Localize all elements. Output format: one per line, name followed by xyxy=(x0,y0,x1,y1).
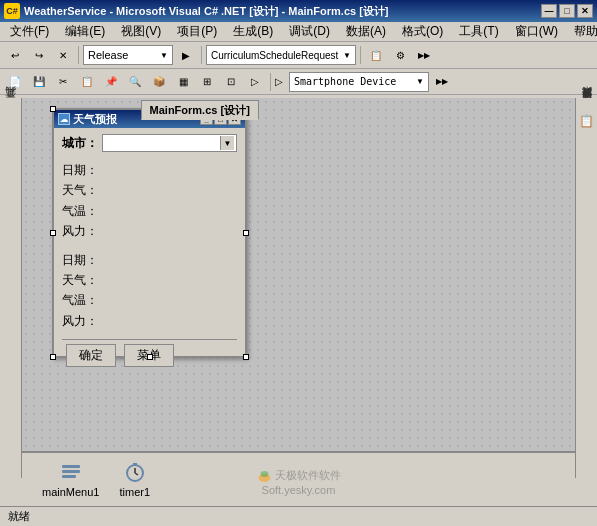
city-label: 城市： xyxy=(62,135,98,152)
dropdown-arrow-1: ▼ xyxy=(160,51,168,60)
toolbar-btn-1[interactable]: ↩ xyxy=(4,44,26,66)
toolbar-btn-16[interactable]: ⊡ xyxy=(220,71,242,93)
temp-label-1: 气温： xyxy=(62,201,237,221)
svg-rect-0 xyxy=(62,465,80,468)
menu-debug[interactable]: 调试(D) xyxy=(283,21,336,42)
menu-format[interactable]: 格式(O) xyxy=(396,21,449,42)
weather-section-1: 日期： 天气： 气温： 风力： xyxy=(62,160,237,242)
dropdown-arrow-2: ▼ xyxy=(343,51,351,60)
temp-label-2: 气温： xyxy=(62,290,237,310)
expand-btn[interactable]: ▶▶ xyxy=(413,44,435,66)
menu-build[interactable]: 生成(B) xyxy=(227,21,279,42)
title-bar: C# WeatherService - Microsoft Visual C# … xyxy=(0,0,597,22)
separator-1 xyxy=(78,46,79,64)
design-canvas[interactable]: ☁ 天气预报 _ □ ✕ 城市： ▼ xyxy=(22,98,575,466)
separator-4 xyxy=(270,73,271,91)
svg-rect-2 xyxy=(62,475,76,478)
title-bar-left: C# WeatherService - Microsoft Visual C# … xyxy=(4,3,389,19)
status-text: 就绪 xyxy=(8,509,30,524)
menu-project[interactable]: 项目(P) xyxy=(171,21,223,42)
menu-file[interactable]: 文件(F) xyxy=(4,21,55,42)
form-window[interactable]: ☁ 天气预报 _ □ ✕ 城市： ▼ xyxy=(52,108,247,358)
menu-view[interactable]: 视图(V) xyxy=(115,21,167,42)
toolbar-area: ↩ ↪ ✕ Release ▼ ▶ CurriculumScheduleRequ… xyxy=(0,42,597,95)
status-bar: 就绪 xyxy=(0,506,597,526)
toolbar-btn-6[interactable]: ⚙ xyxy=(389,44,411,66)
svg-rect-1 xyxy=(62,470,80,473)
date-label-1: 日期： xyxy=(62,160,237,180)
timer-icon xyxy=(124,461,146,483)
menu-bar: 文件(F) 编辑(E) 视图(V) 项目(P) 生成(B) 调试(D) 数据(A… xyxy=(0,22,597,42)
svg-line-5 xyxy=(135,473,138,475)
city-row: 城市： ▼ xyxy=(62,134,237,152)
separator-2 xyxy=(201,46,202,64)
form-title-icon: ☁ xyxy=(58,113,70,125)
close-button[interactable]: ✕ xyxy=(577,4,593,18)
maximize-button[interactable]: □ xyxy=(559,4,575,18)
toolbar-btn-8[interactable]: 💾 xyxy=(28,71,50,93)
project-dropdown[interactable]: CurriculumScheduleRequest ▼ xyxy=(206,45,356,65)
toolbar-btn-5[interactable]: 📋 xyxy=(365,44,387,66)
toolbar-btn-3[interactable]: ✕ xyxy=(52,44,74,66)
timer-label: timer1 xyxy=(119,486,150,498)
form-title-text: 天气预报 xyxy=(73,112,117,127)
toolbar-btn-17[interactable]: ▷ xyxy=(244,71,266,93)
expand-btn-2[interactable]: ▶▶ xyxy=(431,71,453,93)
weather-label-1: 天气： xyxy=(62,180,237,200)
toolbar-row-1: ↩ ↪ ✕ Release ▼ ▶ CurriculumScheduleRequ… xyxy=(0,42,597,68)
tray-item-mainmenu[interactable]: mainMenu1 xyxy=(42,461,99,498)
date-label-2: 日期： xyxy=(62,250,237,270)
device-dropdown[interactable]: Smartphone Device ▼ xyxy=(289,72,429,92)
wind-label-2: 风力： xyxy=(62,311,237,331)
ok-button[interactable]: 确定 xyxy=(66,344,116,367)
menu-data[interactable]: 数据(A) xyxy=(340,21,392,42)
mainmenu-icon xyxy=(60,461,82,483)
toolbar-row-2: 📄 💾 ✂ 📋 📌 🔍 📦 ▦ ⊞ ⊡ ▷ ▷ Smartphone Devic… xyxy=(0,68,597,94)
mainmenu-label: mainMenu1 xyxy=(42,486,99,498)
handle-tl[interactable] xyxy=(50,106,56,112)
handle-bl[interactable] xyxy=(50,354,56,360)
build-config-dropdown[interactable]: Release ▼ xyxy=(83,45,173,65)
handle-br[interactable] xyxy=(243,354,249,360)
city-dropdown-arrow: ▼ xyxy=(220,136,234,150)
component-tray: mainMenu1 timer1 xyxy=(22,451,575,506)
menu-window[interactable]: 窗口(W) xyxy=(509,21,564,42)
toolbar-btn-7[interactable]: 📄 xyxy=(4,71,26,93)
wind-label-1: 风力： xyxy=(62,221,237,241)
handle-mr[interactable] xyxy=(243,230,249,236)
toolbar-btn-15[interactable]: ⊞ xyxy=(196,71,218,93)
design-area[interactable]: ☁ 天气预报 _ □ ✕ 城市： ▼ xyxy=(22,98,575,466)
menu-tools[interactable]: 工具(T) xyxy=(453,21,504,42)
title-controls: — □ ✕ xyxy=(541,4,593,18)
toolbar-btn-11[interactable]: 📌 xyxy=(100,71,122,93)
window-title: WeatherService - Microsoft Visual C# .NE… xyxy=(24,4,389,19)
device-label: ▷ xyxy=(275,76,283,87)
minimize-button[interactable]: — xyxy=(541,4,557,18)
toolbar-btn-14[interactable]: ▦ xyxy=(172,71,194,93)
dropdown-arrow-3: ▼ xyxy=(416,77,424,86)
toolbar-btn-9[interactable]: ✂ xyxy=(52,71,74,93)
handle-ml[interactable] xyxy=(50,230,56,236)
tab-mainform-design[interactable]: MainForm.cs [设计] xyxy=(141,100,259,120)
toolbar-btn-4[interactable]: ▶ xyxy=(175,44,197,66)
city-dropdown[interactable]: ▼ xyxy=(102,134,237,152)
menu-edit[interactable]: 编辑(E) xyxy=(59,21,111,42)
toolbar-btn-12[interactable]: 🔍 xyxy=(124,71,146,93)
form-body: 城市： ▼ 日期： 天气： 气温： 风力： 日期： 天气： xyxy=(54,128,245,377)
tray-item-timer[interactable]: timer1 xyxy=(119,461,150,498)
weather-label-2: 天气： xyxy=(62,270,237,290)
weather-section-2: 日期： 天气： 气温： 风力： xyxy=(62,250,237,332)
separator-3 xyxy=(360,46,361,64)
handle-bc[interactable] xyxy=(147,354,153,360)
app-icon: C# xyxy=(4,3,20,19)
solution-icon[interactable]: 📋 xyxy=(579,114,594,128)
solution-explorer-sidebar: 解决方案资源管理器 📋 xyxy=(575,98,597,478)
toolbar-btn-13[interactable]: 📦 xyxy=(148,71,170,93)
toolbar-btn-10[interactable]: 📋 xyxy=(76,71,98,93)
menu-help[interactable]: 帮助(Q) xyxy=(568,21,597,42)
toolbox-sidebar: 工具箱 xyxy=(0,98,22,478)
toolbar-btn-2[interactable]: ↪ xyxy=(28,44,50,66)
